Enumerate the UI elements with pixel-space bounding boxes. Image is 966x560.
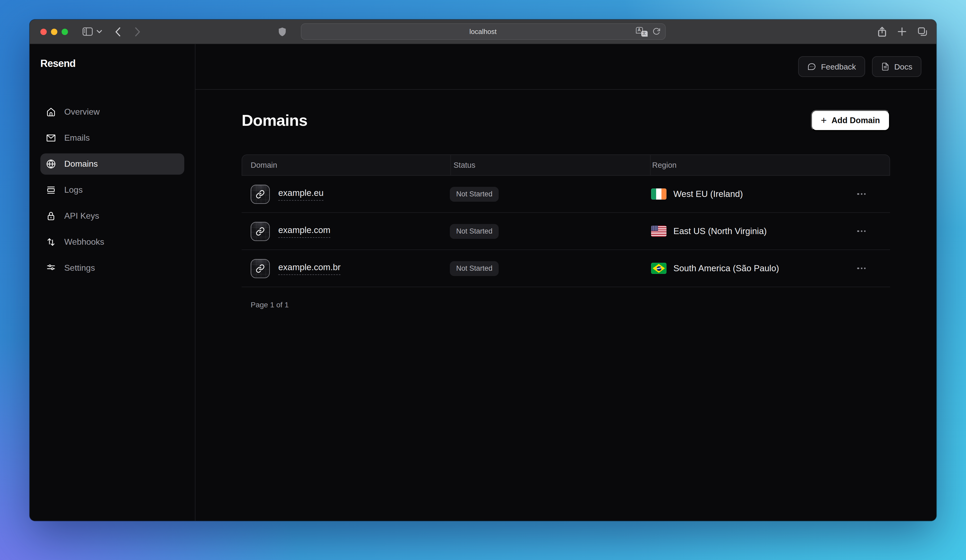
table-header: Domain Status Region	[242, 154, 890, 176]
tabs-overview-icon[interactable]	[918, 27, 927, 36]
row-menu-button[interactable]	[854, 190, 869, 198]
sidebar: Resend Overview	[30, 44, 196, 521]
globe-icon	[46, 159, 56, 169]
brazil-flag-icon	[651, 263, 667, 274]
table-row[interactable]: example.eu Not Started West EU (Ireland)	[242, 176, 890, 213]
sidebar-item-overview[interactable]: Overview	[40, 102, 184, 123]
main-area: Feedback Docs Domains	[196, 44, 936, 521]
status-badge: Not Started	[450, 187, 499, 201]
sidebar-item-label: API Keys	[64, 211, 99, 221]
sidebar-item-label: Webhooks	[64, 237, 104, 247]
ireland-flag-icon	[651, 188, 667, 200]
feedback-button[interactable]: Feedback	[798, 56, 865, 77]
zoom-window-button[interactable]	[62, 28, 68, 35]
add-domain-label: Add Domain	[831, 116, 880, 125]
app-topbar: Feedback Docs	[196, 44, 936, 90]
link-icon	[251, 185, 270, 203]
row-menu-button[interactable]	[854, 227, 869, 235]
shield-icon[interactable]	[278, 27, 286, 36]
sidebar-item-domains[interactable]: Domains	[40, 153, 184, 175]
region-label: South America (São Paulo)	[674, 263, 779, 273]
sidebar-item-label: Settings	[64, 263, 95, 273]
feedback-label: Feedback	[821, 62, 856, 71]
add-domain-button[interactable]: + Add Domain	[811, 110, 890, 131]
sidebar-item-emails[interactable]: Emails	[40, 128, 184, 149]
table-row[interactable]: example.com.br Not Started South America…	[242, 250, 890, 287]
desktop-background: localhost A 文	[0, 0, 966, 560]
home-icon	[46, 107, 56, 117]
domain-link[interactable]: example.eu	[278, 188, 324, 200]
link-icon	[251, 222, 270, 241]
document-icon	[881, 62, 890, 71]
domains-table: Domain Status Region	[242, 154, 890, 287]
us-flag-icon	[651, 226, 667, 237]
domain-link[interactable]: example.com	[278, 225, 330, 237]
column-header-status: Status	[450, 155, 650, 175]
sidebar-item-label: Domains	[64, 159, 98, 169]
lock-icon	[46, 211, 56, 221]
docs-label: Docs	[894, 62, 912, 71]
status-badge: Not Started	[450, 224, 499, 239]
plus-icon: +	[821, 115, 826, 125]
column-header-region: Region	[650, 155, 890, 175]
table-row[interactable]: example.com Not Started East US (North V…	[242, 213, 890, 250]
chevron-down-icon[interactable]	[97, 30, 102, 33]
sidebar-item-logs[interactable]: Logs	[40, 179, 184, 201]
sidebar-nav: Overview Emails	[40, 102, 184, 279]
browser-titlebar: localhost A 文	[30, 20, 936, 44]
minimize-window-button[interactable]	[51, 28, 58, 35]
sidebar-item-settings[interactable]: Settings	[40, 257, 184, 279]
arrows-up-down-icon	[46, 237, 56, 247]
region-label: West EU (Ireland)	[674, 189, 743, 199]
page-title: Domains	[242, 111, 307, 129]
close-window-button[interactable]	[40, 28, 47, 35]
resend-logo: Resend	[40, 58, 184, 70]
translate-icon[interactable]: A 文	[636, 27, 647, 36]
resend-app: Resend Overview	[30, 44, 936, 521]
docs-button[interactable]: Docs	[872, 56, 922, 77]
new-tab-icon[interactable]	[897, 27, 907, 36]
logs-icon	[46, 185, 56, 195]
sliders-icon	[46, 263, 56, 273]
region-label: East US (North Virginia)	[674, 226, 767, 236]
pagination-status: Page 1 of 1	[242, 300, 890, 309]
sidebar-item-label: Emails	[64, 133, 90, 143]
forward-icon[interactable]	[135, 27, 141, 36]
browser-window: localhost A 文	[30, 20, 936, 521]
link-icon	[251, 259, 270, 278]
share-icon[interactable]	[878, 26, 886, 37]
status-badge: Not Started	[450, 261, 499, 276]
column-header-domain: Domain	[242, 161, 450, 169]
traffic-lights	[40, 28, 68, 35]
reload-icon[interactable]	[652, 28, 660, 36]
domains-page: Domains + Add Domain Domain Status Regio…	[196, 90, 936, 309]
back-icon[interactable]	[115, 27, 121, 36]
url-bar[interactable]: localhost A 文	[301, 23, 665, 40]
sidebar-item-label: Logs	[64, 185, 82, 195]
sidebar-toggle-icon[interactable]	[82, 27, 93, 36]
domain-link[interactable]: example.com.br	[278, 262, 341, 275]
sidebar-item-webhooks[interactable]: Webhooks	[40, 231, 184, 253]
mail-icon	[46, 133, 56, 143]
sidebar-item-label: Overview	[64, 107, 100, 117]
row-menu-button[interactable]	[854, 264, 869, 272]
feedback-bubble-icon	[807, 62, 816, 71]
url-text: localhost	[470, 28, 497, 36]
sidebar-item-api-keys[interactable]: API Keys	[40, 205, 184, 227]
